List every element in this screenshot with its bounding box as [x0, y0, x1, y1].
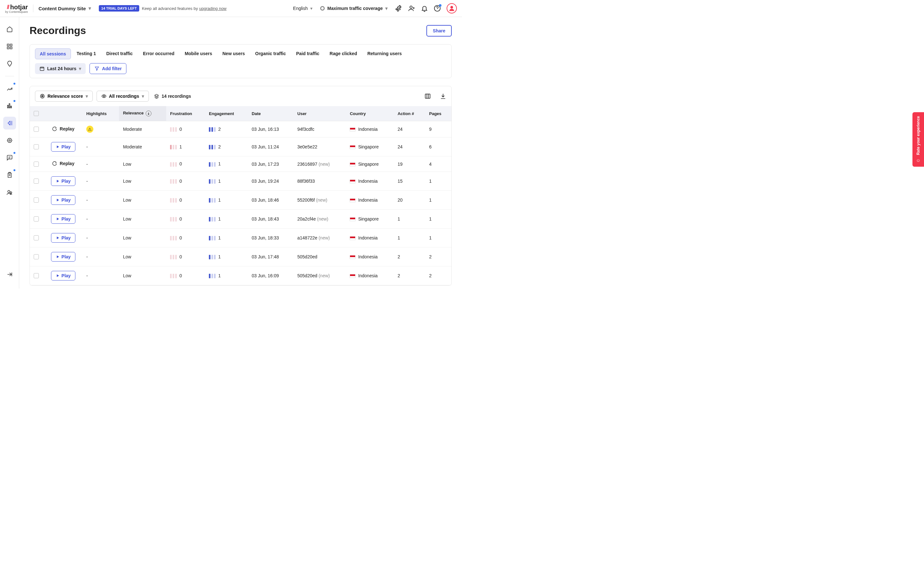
- flag-icon: [350, 163, 355, 166]
- table-row[interactable]: Play-Low0103 Jun, 18:33a148722e (new)Ind…: [30, 229, 451, 247]
- date-range-label: Last 24 hours: [47, 66, 76, 71]
- invite-user-icon[interactable]: [408, 5, 415, 12]
- row-checkbox[interactable]: [34, 273, 39, 278]
- relevance-cell: Low: [119, 229, 166, 247]
- highlights-cell: -: [82, 229, 119, 247]
- upgrade-link[interactable]: upgrading now: [199, 6, 226, 11]
- row-checkbox[interactable]: [34, 254, 39, 259]
- chevron-down-icon: ▾: [142, 93, 144, 99]
- flag-icon: [350, 274, 355, 278]
- svg-point-12: [8, 190, 10, 193]
- chevron-down-icon: ▾: [385, 6, 388, 11]
- logo[interactable]: // hotjar by Contentsquare: [5, 3, 28, 13]
- replay-button[interactable]: Replay: [52, 161, 74, 166]
- play-button[interactable]: Play: [51, 142, 76, 152]
- integrations-icon[interactable]: [395, 5, 402, 12]
- frustration-cell: 0: [166, 121, 205, 137]
- sidebar-surveys[interactable]: [3, 169, 16, 181]
- segment-tab[interactable]: Mobile users: [180, 48, 217, 59]
- segment-tab[interactable]: Returning users: [363, 48, 406, 59]
- table-row[interactable]: Play-Low0103 Jun, 18:4320a2cf4e (new)Sin…: [30, 210, 451, 229]
- view-selector[interactable]: All recordings ▾: [97, 91, 149, 102]
- table-row[interactable]: Replay-Low0103 Jun, 17:2323616897 (new)S…: [30, 156, 451, 172]
- user-cell: 505d20ed (new): [294, 266, 346, 285]
- row-checkbox[interactable]: [34, 179, 39, 184]
- highlights-cell: -: [82, 156, 119, 172]
- segment-tab[interactable]: All sessions: [35, 48, 71, 59]
- sidebar-collapse[interactable]: [3, 268, 16, 281]
- filter-icon: [94, 66, 99, 71]
- segment-tab[interactable]: Direct traffic: [102, 48, 137, 59]
- row-checkbox[interactable]: [34, 161, 39, 167]
- topbar: // hotjar by Contentsquare Content Dummy…: [0, 0, 462, 17]
- column-header[interactable]: Action #: [394, 106, 425, 121]
- user-cell: a148722e (new): [294, 229, 346, 247]
- play-button[interactable]: Play: [51, 233, 76, 243]
- select-all-checkbox[interactable]: [34, 111, 39, 116]
- table-row[interactable]: Play-Low0103 Jun, 16:09505d20ed (new)Ind…: [30, 266, 451, 285]
- user-avatar[interactable]: [447, 3, 457, 13]
- frustration-cell: 1: [166, 137, 205, 156]
- sidebar-home[interactable]: [3, 23, 16, 35]
- play-button[interactable]: Play: [51, 271, 76, 280]
- svg-point-10: [9, 140, 10, 141]
- row-checkbox[interactable]: [34, 235, 39, 240]
- download-button[interactable]: [440, 93, 446, 99]
- column-header[interactable]: Engagement: [205, 106, 248, 121]
- segment-tab[interactable]: Organic traffic: [250, 48, 290, 59]
- add-filter-button[interactable]: Add filter: [89, 63, 126, 74]
- table-row[interactable]: Play-Low0103 Jun, 19:2488f36f33Indonesia…: [30, 172, 451, 191]
- column-header[interactable]: Country: [346, 106, 394, 121]
- chevron-down-icon: ▾: [89, 5, 91, 11]
- play-button[interactable]: Play: [51, 195, 76, 205]
- date-range-selector[interactable]: Last 24 hours ▾: [35, 63, 86, 74]
- row-checkbox[interactable]: [34, 127, 39, 132]
- sort-selector[interactable]: Relevance score ▾: [35, 91, 93, 102]
- user-cell: 23616897 (new): [294, 156, 346, 172]
- play-icon: [56, 198, 60, 202]
- sidebar-interviews[interactable]: [3, 186, 16, 199]
- notification-dot: [13, 100, 15, 102]
- segment-tab[interactable]: Rage clicked: [325, 48, 362, 59]
- segment-tab[interactable]: Error occurred: [139, 48, 179, 59]
- segment-tab[interactable]: Testing 1: [72, 48, 100, 59]
- columns-button[interactable]: [425, 93, 431, 99]
- date-cell: 03 Jun, 19:24: [248, 172, 294, 191]
- sidebar-feedback[interactable]: [3, 151, 16, 164]
- frustration-cell: 0: [166, 210, 205, 229]
- row-checkbox[interactable]: [34, 197, 39, 203]
- user-cell: 88f36f33: [294, 172, 346, 191]
- sidebar-heatmaps[interactable]: [3, 99, 16, 112]
- play-button[interactable]: Play: [51, 214, 76, 224]
- row-checkbox[interactable]: [34, 144, 39, 149]
- traffic-selector[interactable]: Maximum traffic coverage ▾: [320, 6, 388, 11]
- site-selector[interactable]: Content Dummy Site ▾: [39, 5, 91, 11]
- sidebar-funnels[interactable]: [3, 134, 16, 147]
- column-header[interactable]: Date: [248, 106, 294, 121]
- page-title: Recordings: [29, 25, 86, 37]
- segment-tab[interactable]: Paid traffic: [292, 48, 324, 59]
- table-row[interactable]: Replay⚠Moderate0203 Jun, 16:1394f3cdfcIn…: [30, 121, 451, 137]
- language-selector[interactable]: English ▾: [293, 6, 312, 11]
- sidebar-dashboards[interactable]: [3, 40, 16, 53]
- column-header[interactable]: Pages: [425, 106, 451, 121]
- table-row[interactable]: Play-Low0103 Jun, 18:4655200f6f (new)Ind…: [30, 191, 451, 210]
- segment-tab[interactable]: New users: [218, 48, 249, 59]
- column-header[interactable]: Highlights: [82, 106, 119, 121]
- table-row[interactable]: Play-Low0103 Jun, 17:48505d20edIndonesia…: [30, 247, 451, 266]
- table-row[interactable]: Play-Moderate1203 Jun, 11:243e0e5e22Sing…: [30, 137, 451, 156]
- notifications-icon[interactable]: [421, 5, 428, 12]
- target-icon: [40, 93, 45, 99]
- sidebar-highlights[interactable]: [3, 57, 16, 70]
- play-button[interactable]: Play: [51, 252, 76, 261]
- column-header[interactable]: Relevance: [119, 106, 166, 121]
- help-icon[interactable]: [434, 5, 441, 12]
- column-header[interactable]: User: [294, 106, 346, 121]
- share-button[interactable]: Share: [426, 25, 452, 37]
- play-button[interactable]: Play: [51, 176, 76, 186]
- row-checkbox[interactable]: [34, 216, 39, 221]
- column-header[interactable]: Frustration: [166, 106, 205, 121]
- sidebar-recordings[interactable]: [3, 117, 16, 129]
- sidebar-trends[interactable]: [3, 82, 16, 95]
- replay-button[interactable]: Replay: [52, 126, 74, 131]
